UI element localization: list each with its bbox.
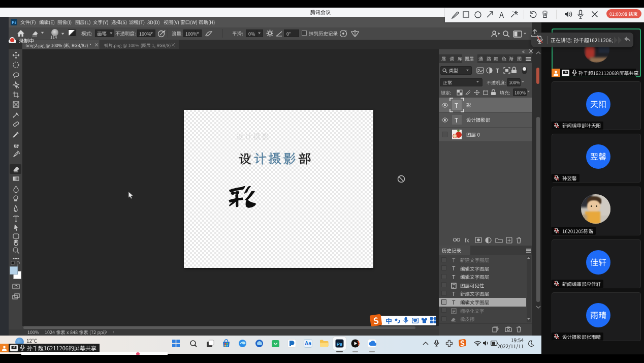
svg-text:Ps: Ps <box>337 341 343 347</box>
svg-text:Aa: Aa <box>305 341 311 346</box>
